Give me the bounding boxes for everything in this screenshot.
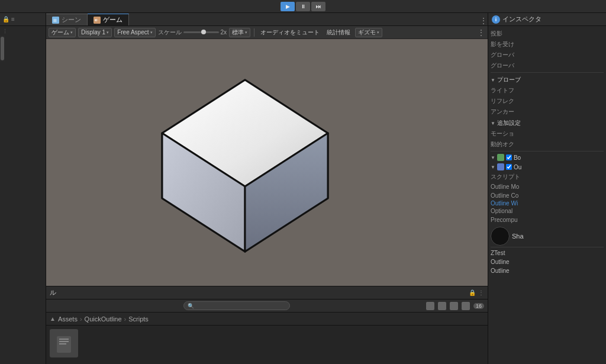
breadcrumb-leaf: Scripts <box>128 315 149 323</box>
breadcrumb-root: Assets <box>58 315 78 323</box>
ztest-label: ZTest <box>491 250 505 256</box>
precompute-row: Precompu <box>491 215 604 224</box>
scale-label: スケール <box>158 28 182 37</box>
outline-checkbox[interactable] <box>506 164 512 170</box>
top-bar: ▶ ⏸ ⏭ <box>0 0 606 13</box>
inspector-row-projection: 投影 <box>491 28 604 39</box>
shadow-label: 影を受け <box>491 40 520 49</box>
shader-preview <box>491 227 510 246</box>
display-label: ゲーム <box>51 28 69 37</box>
projection-label: 投影 <box>491 30 520 38</box>
list-item[interactable] <box>50 329 78 357</box>
file-list <box>46 326 488 364</box>
play-controls: ▶ ⏸ ⏭ <box>281 2 325 11</box>
divider-3 <box>491 247 604 247</box>
stats-button[interactable]: 統計情報 <box>324 28 353 37</box>
search-area: 🔍 <box>50 301 424 310</box>
tab-bar-menu[interactable]: ⋮ <box>479 16 488 25</box>
component-box[interactable]: ▼ Bo <box>491 153 604 162</box>
mute-button[interactable]: オーディオをミュート <box>258 28 322 37</box>
aspect-arrow: ▾ <box>150 30 153 35</box>
inspector-row-global2: グローバ <box>491 60 604 71</box>
outline2-row: Outline <box>491 266 604 275</box>
breadcrumb-mid: QuickOutline <box>85 315 122 323</box>
inspector-icon: i <box>492 15 500 24</box>
gizmos-dropdown[interactable]: ギズモ ▾ <box>355 28 382 37</box>
tab-scene-label: シーン <box>62 15 81 24</box>
tab-bar: ⊞ シーン 👁 ゲーム ⋮ <box>46 13 488 26</box>
main-area: 🔒 ≡ ⋮ ⊞ シーン 👁 ゲーム ⋮ <box>0 13 606 364</box>
ztest-row: ZTest <box>491 249 604 257</box>
display-arrow: ▾ <box>70 30 73 35</box>
additional-row-1: モーショ <box>491 128 604 139</box>
display1-arrow: ▾ <box>107 30 109 35</box>
inspector-row-global1: グローバ <box>491 50 604 60</box>
box-component-icon <box>497 154 504 161</box>
game-viewport <box>46 39 488 286</box>
gizmos-arrow: ▾ <box>377 30 379 35</box>
outline-component-icon <box>497 163 504 170</box>
outline-mode-row: Outline Mo <box>491 182 604 191</box>
file-thumbnail <box>50 329 78 357</box>
probe-arrow: ▼ <box>491 78 495 83</box>
inspector-body: 投影 影を受け グローバ グローバ ▼ プローブ ライトフ リフレク <box>488 26 606 364</box>
panel-icon-3[interactable] <box>450 302 458 310</box>
panel-icon-4[interactable] <box>462 302 470 310</box>
additional-section[interactable]: ▼ 追加設定 <box>491 117 604 128</box>
divider-1 <box>491 72 604 73</box>
probe-row-2: リフレク <box>491 96 604 107</box>
probe-section[interactable]: ▼ プローブ <box>491 74 604 85</box>
cube-container <box>150 68 340 257</box>
bottom-panel-header: 🔍 16 <box>46 299 488 313</box>
aspect-label: Free Aspect <box>117 29 149 36</box>
additional-title: 追加設定 <box>497 119 521 127</box>
inspector-row-shadow: 影を受け <box>491 39 604 50</box>
inspector-header: i インスペクタ <box>488 13 606 26</box>
display1-label: Display 1 <box>81 29 105 36</box>
panel-badge: 16 <box>473 303 484 309</box>
search-box[interactable]: 🔍 <box>183 301 290 310</box>
additional-arrow: ▼ <box>491 121 495 126</box>
component-outline[interactable]: ▼ Ou <box>491 162 604 172</box>
shader-row: Sha <box>491 227 604 246</box>
tab-game[interactable]: 👁 ゲーム <box>88 14 129 25</box>
svg-rect-13 <box>59 343 66 344</box>
box-checkbox[interactable] <box>506 154 512 160</box>
scale-slider[interactable] <box>183 31 219 33</box>
left-panel: 🔒 ≡ ⋮ <box>0 13 46 364</box>
step-button[interactable]: ⏭ <box>311 2 325 11</box>
probe-title: プローブ <box>497 76 521 84</box>
left-scrollbar[interactable] <box>0 36 5 62</box>
outline-color-row: Outline Co <box>491 191 604 200</box>
pause-button[interactable]: ⏸ <box>296 2 310 11</box>
global1-label: グローバ <box>491 51 520 59</box>
standard-dropdown[interactable]: 標準 ▾ <box>229 28 250 37</box>
panel-icon-2[interactable] <box>438 302 446 310</box>
tab-game-label: ゲーム <box>103 15 123 24</box>
outline1-label: Outline <box>491 259 510 265</box>
probe-row-1: ライトフ <box>491 85 604 96</box>
scale-control: スケール 2x <box>158 28 227 37</box>
standard-label: 標準 <box>232 28 244 37</box>
outline1-row: Outline <box>491 257 604 266</box>
play-button[interactable]: ▶ <box>281 2 295 11</box>
outline2-label: Outline <box>491 268 510 274</box>
status-label: ル <box>50 288 56 297</box>
breadcrumb-separator-2: › <box>124 315 127 323</box>
panel-icon-1[interactable] <box>426 302 434 310</box>
separator1 <box>254 28 254 37</box>
shader-label: Sha <box>512 233 524 240</box>
box-label: Bo <box>514 154 521 161</box>
script-row: スクリプト <box>491 172 604 182</box>
aspect-dropdown[interactable]: Free Aspect ▾ <box>114 28 155 37</box>
display1-dropdown[interactable]: Display 1 ▾ <box>78 28 112 37</box>
additional-row-2: 動的オク <box>491 139 604 150</box>
tab-scene[interactable]: ⊞ シーン <box>46 14 88 25</box>
display-dropdown[interactable]: ゲーム ▾ <box>49 28 76 37</box>
svg-text:👁: 👁 <box>94 18 98 22</box>
divider-2 <box>491 151 604 152</box>
svg-rect-11 <box>59 339 69 340</box>
search-icon: 🔍 <box>188 303 194 309</box>
outline-label: Ou <box>514 164 521 170</box>
toolbar-menu[interactable]: ⋮ <box>477 28 485 37</box>
